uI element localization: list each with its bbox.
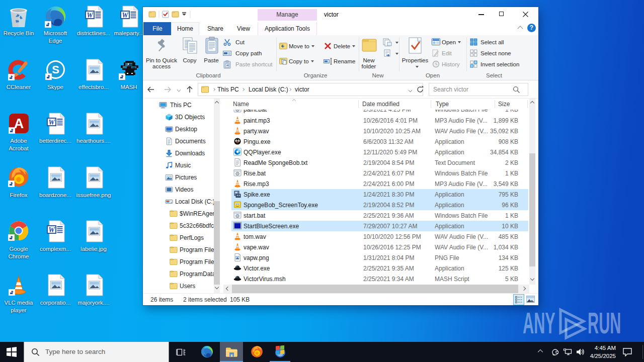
svg-text:A: A	[14, 116, 24, 131]
svg-text:S: S	[52, 63, 59, 76]
